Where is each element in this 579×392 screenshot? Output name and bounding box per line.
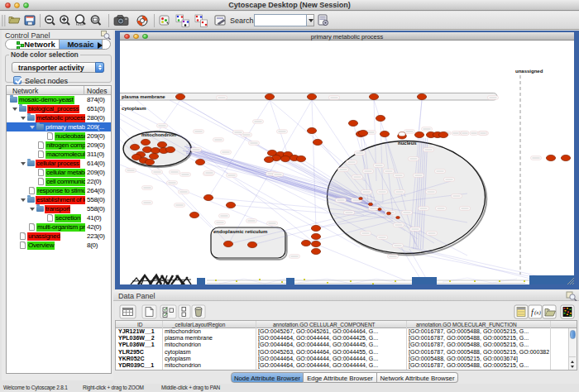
svg-text:(x): (x): [534, 309, 541, 316]
svg-text:mitochondrion: mitochondrion: [141, 132, 176, 137]
svg-text:cytoplasm: cytoplasm: [122, 106, 146, 111]
svg-text:plasma membrane: plasma membrane: [122, 94, 165, 99]
svg-text:nucleus: nucleus: [398, 141, 417, 146]
svg-text:unassigned: unassigned: [515, 69, 543, 74]
svg-text:endoplasmic reticulum: endoplasmic reticulum: [213, 229, 267, 234]
